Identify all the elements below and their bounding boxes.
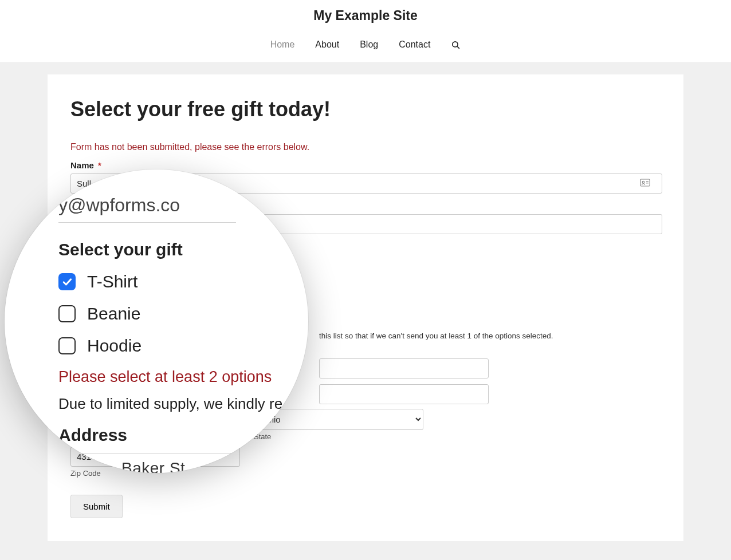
mag-option-label-2: Hoodie	[87, 336, 142, 356]
nav-contact[interactable]: Contact	[399, 40, 430, 50]
address-input-extra[interactable]	[319, 384, 489, 404]
search-icon[interactable]	[451, 40, 461, 50]
submit-button[interactable]: Submit	[70, 495, 123, 518]
checkbox-checked-icon[interactable]	[58, 273, 76, 290]
contact-card-icon	[640, 179, 650, 189]
site-title: My Example Site	[0, 8, 731, 40]
state-label: State	[254, 432, 423, 441]
mag-option-label-0: T-Shirt	[87, 272, 137, 291]
page-title: Select your free gift today!	[70, 97, 661, 121]
form-error-banner: Form has not been submitted, please see …	[70, 142, 661, 152]
nav-blog[interactable]: Blog	[360, 40, 378, 50]
svg-rect-2	[640, 179, 650, 186]
primary-nav: Home About Blog Contact	[0, 40, 731, 63]
mag-option-hoodie[interactable]: Hoodie	[58, 336, 308, 356]
name-label-text: Name	[70, 160, 94, 170]
name-label: Name *	[70, 160, 661, 170]
svg-point-3	[642, 181, 644, 183]
svg-point-0	[453, 41, 458, 46]
nav-home[interactable]: Home	[270, 40, 295, 50]
mag-option-label-1: Beanie	[87, 304, 140, 324]
checkbox-unchecked-icon[interactable]	[58, 337, 76, 354]
mag-gift-heading: Select your gift	[58, 240, 308, 259]
mag-option-beanie[interactable]: Beanie	[58, 304, 308, 324]
mag-email-fragment: y@wpforms.co	[58, 195, 236, 223]
mag-option-tshirt[interactable]: T-Shirt	[58, 272, 308, 291]
state-select[interactable]: Ohio	[254, 409, 423, 430]
svg-line-1	[457, 46, 459, 48]
checkbox-unchecked-icon[interactable]	[58, 305, 76, 322]
mag-gift-error: Please select at least 2 options	[58, 368, 308, 386]
nav-about[interactable]: About	[315, 40, 339, 50]
required-mark: *	[98, 160, 101, 170]
site-header: My Example Site Home About Blog Contact	[0, 0, 731, 63]
magnifier-overlay: y@wpforms.co Select your gift T-Shirt Be…	[5, 169, 308, 473]
mag-gift-hint: Due to limited supply, we kindly re	[58, 395, 308, 413]
gift-hint-tail: this list so that if we can't send you a…	[319, 332, 661, 340]
address-line-2-input[interactable]	[319, 358, 489, 378]
